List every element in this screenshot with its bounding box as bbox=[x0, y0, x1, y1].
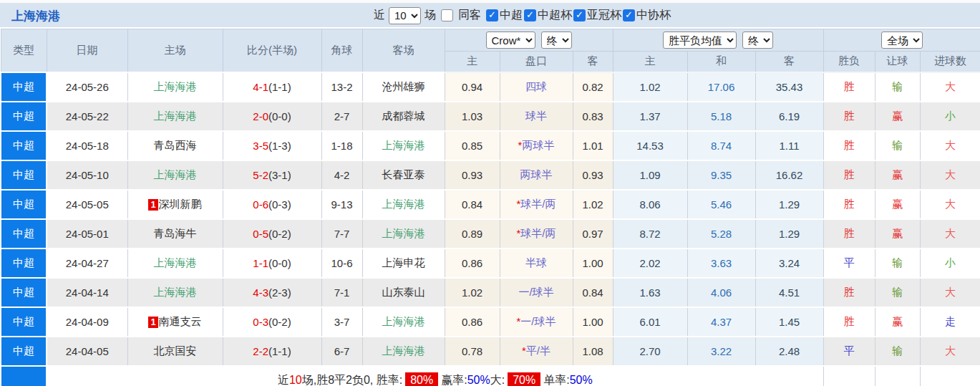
league-cell: 中超 bbox=[1, 72, 47, 102]
avg-home-cell: 2.70 bbox=[613, 337, 687, 366]
away-team-name[interactable]: 沧州雄狮 bbox=[382, 80, 425, 92]
handicap-cell: 四球 bbox=[500, 72, 573, 102]
handicap-text: 球半/两 bbox=[520, 198, 556, 210]
same-away-label: 同客 bbox=[458, 8, 481, 23]
away-team-name[interactable]: 上海海港 bbox=[382, 198, 425, 210]
league-cell: 中超 bbox=[1, 102, 47, 131]
rank-badge: 1 bbox=[148, 317, 157, 328]
league-checkbox-2[interactable]: ✓ bbox=[573, 9, 586, 21]
full-score: 5-2 bbox=[253, 169, 268, 181]
avg-draw-cell: 8.74 bbox=[687, 131, 755, 160]
date-cell: 24-04-27 bbox=[47, 249, 127, 278]
handicap-result-cell: 赢 bbox=[875, 307, 920, 337]
col-away: 客场 bbox=[362, 29, 445, 72]
home-team-name[interactable]: 北京国安 bbox=[154, 344, 197, 357]
away-team-cell: 上海申花 bbox=[362, 249, 445, 278]
avg-time-select[interactable]: 终 bbox=[742, 32, 773, 49]
home-team-cell: 青岛西海 bbox=[127, 131, 223, 160]
league-checkbox-1[interactable]: ✓ bbox=[524, 9, 536, 21]
corner-cell: 4-2 bbox=[321, 160, 362, 190]
table-row: 中超24-04-14上海海港4-3(2-3)7-1山东泰山1.02一/球半0.8… bbox=[1, 278, 980, 307]
league-label-0: 中超 bbox=[500, 9, 523, 21]
league-label-3: 中协杯 bbox=[636, 9, 671, 21]
col-result: 胜负 bbox=[823, 52, 875, 72]
home-team-name[interactable]: 青岛西海 bbox=[154, 139, 197, 151]
date-cell: 24-05-18 bbox=[47, 131, 127, 160]
handicap-text: 两球半 bbox=[520, 168, 553, 180]
table-row: 中超24-05-26上海海港4-1(1-1)13-2沧州雄狮0.94四球0.82… bbox=[1, 72, 980, 102]
handicap-cell: *球半/两 bbox=[500, 190, 573, 219]
away-team-name[interactable]: 上海海港 bbox=[382, 139, 425, 151]
home-team-name[interactable]: 上海海港 bbox=[154, 110, 197, 122]
col-corner: 角球 bbox=[321, 29, 362, 72]
handicap-text: 球半 bbox=[525, 110, 547, 122]
away-team-name[interactable]: 上海申花 bbox=[382, 256, 425, 269]
summary-league-cell bbox=[1, 366, 47, 386]
odds-home-cell: 0.89 bbox=[445, 219, 500, 249]
odds-home-cell: 0.85 bbox=[445, 131, 500, 160]
recent-count-select[interactable]: 10 bbox=[389, 7, 421, 24]
goals-cell: 大 bbox=[920, 190, 980, 219]
summary-cell: 近10场,胜8平2负0, 胜率:80%赢率:50%大:70%单率:50% bbox=[47, 366, 823, 386]
avg-draw-cell: 4.06 bbox=[687, 278, 755, 307]
col-odds-away: 客 bbox=[573, 52, 613, 72]
date-cell: 24-04-05 bbox=[47, 337, 127, 366]
home-team-cell: 1南通支云 bbox=[127, 307, 223, 337]
home-team-cell: 上海海港 bbox=[127, 249, 223, 278]
col-handicap-result: 让球 bbox=[875, 52, 920, 72]
handicap-result-cell: 赢 bbox=[875, 160, 920, 190]
full-score: 2-2 bbox=[253, 345, 268, 357]
handicap-result-cell: 输 bbox=[875, 337, 920, 366]
home-team-name[interactable]: 上海海港 bbox=[154, 80, 197, 92]
score-cell: 4-3(2-3) bbox=[223, 278, 321, 307]
goals-cell: 大 bbox=[920, 160, 980, 190]
col-home: 主场 bbox=[127, 29, 223, 72]
handicap-result-cell: 赢 bbox=[875, 102, 920, 131]
avg-source-select[interactable]: 胜平负均值 bbox=[663, 32, 737, 49]
home-team-name[interactable]: 上海海港 bbox=[154, 168, 197, 180]
matches-label: 场 bbox=[424, 8, 436, 23]
full-score: 4-3 bbox=[253, 286, 268, 299]
avg-home-cell: 1.02 bbox=[613, 72, 687, 102]
handicap-text: 一/球半 bbox=[520, 315, 556, 327]
period-select[interactable]: 全场 bbox=[881, 32, 923, 49]
league-checkbox-3[interactable]: ✓ bbox=[623, 9, 635, 21]
away-team-name[interactable]: 山东泰山 bbox=[382, 286, 425, 298]
goals-cell: 大 bbox=[920, 278, 980, 307]
away-team-name[interactable]: 上海海港 bbox=[382, 315, 425, 327]
home-team-name[interactable]: 上海海港 bbox=[154, 256, 197, 269]
corner-cell: 7-7 bbox=[321, 219, 362, 249]
table-row: 中超24-05-051深圳新鹏0-6(0-3)9-13上海海港0.84*球半/两… bbox=[1, 190, 980, 219]
away-team-name[interactable]: 长春亚泰 bbox=[382, 168, 425, 180]
goals-cell: 大 bbox=[920, 72, 980, 102]
odds-source-select[interactable]: Crow* bbox=[486, 32, 535, 49]
col-type: 类型 bbox=[1, 29, 47, 72]
home-team-name[interactable]: 上海海港 bbox=[154, 286, 197, 298]
home-team-name[interactable]: 南通支云 bbox=[159, 315, 202, 327]
result-cell: 胜 bbox=[823, 278, 875, 307]
home-team-cell: 上海海港 bbox=[127, 278, 223, 307]
col-odds-home: 主 bbox=[445, 52, 500, 72]
avg-group-header: 胜平负均值 终 bbox=[613, 29, 823, 52]
corner-cell: 1-18 bbox=[321, 131, 362, 160]
away-team-name[interactable]: 上海海港 bbox=[382, 227, 425, 239]
avg-home-cell: 2.02 bbox=[613, 249, 687, 278]
summary-segment-1: 10 bbox=[289, 374, 302, 386]
home-team-name[interactable]: 青岛海牛 bbox=[154, 227, 197, 239]
odds-home-cell: 0.94 bbox=[445, 72, 500, 102]
home-team-name[interactable]: 深圳新鹏 bbox=[159, 198, 202, 210]
league-checkbox-0[interactable]: ✓ bbox=[486, 9, 498, 21]
summary-empty-cell bbox=[823, 366, 875, 386]
odds-away-cell: 1.01 bbox=[573, 131, 613, 160]
away-team-cell: 上海海港 bbox=[362, 307, 445, 337]
handicap-cell: 球半 bbox=[500, 102, 573, 131]
odds-time-select[interactable]: 终 bbox=[541, 32, 572, 49]
score-cell: 0-6(0-3) bbox=[223, 190, 321, 219]
table-row: 中超24-05-22上海海港2-0(0-0)2-7成都蓉城1.03球半0.831… bbox=[1, 102, 980, 131]
odds-away-cell: 1.02 bbox=[573, 190, 613, 219]
top-bar: 上海海港 近 10 场 同客 ✓中超✓中超杯✓亚冠杯✓中协杯 bbox=[0, 4, 980, 27]
away-team-name[interactable]: 成都蓉城 bbox=[382, 110, 425, 122]
away-team-cell: 上海海港 bbox=[362, 219, 445, 249]
same-away-checkbox[interactable] bbox=[441, 9, 453, 21]
away-team-name[interactable]: 上海海港 bbox=[382, 344, 425, 357]
